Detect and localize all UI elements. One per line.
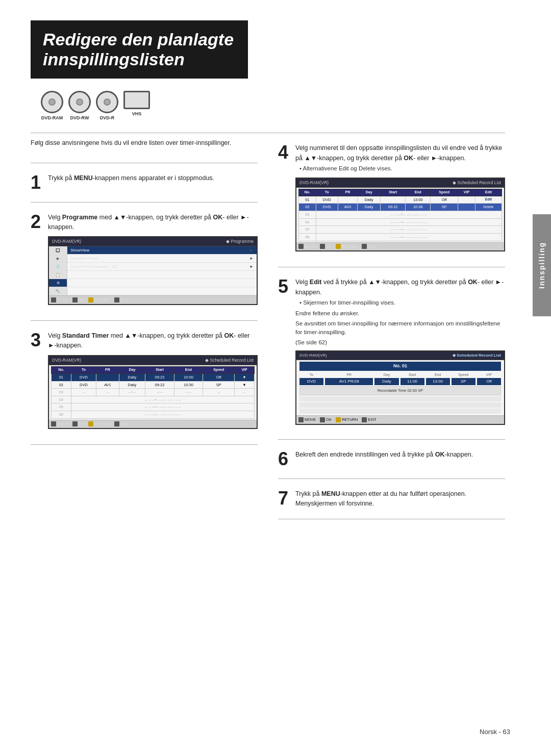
exit-icon-5: [362, 417, 367, 422]
footer-return-4: RETURN: [336, 244, 358, 250]
cell: DVD: [71, 373, 96, 381]
edit-field-to-label: To: [299, 372, 323, 378]
prog-item-empty2: [67, 279, 257, 287]
step-4-block: 4 Velg nummeret til den oppsatte innspil…: [278, 143, 505, 257]
step-4-content: Velg nummeret til den oppsatte innspilli…: [295, 143, 505, 257]
cell: Off: [203, 373, 235, 381]
cell: [458, 204, 475, 211]
sched-header-3: DVD-RAM(VR) ◆ Scheduled Record List: [49, 356, 257, 365]
divider-top: [31, 133, 505, 133]
step-4-bullet: Alternativene Edit og Delete vises.: [299, 164, 505, 173]
table-row: 04 -- -- --+-- --:-- --:-- -- --: [52, 396, 255, 404]
step-6-content: Bekreft den endrede innstillingen ved å …: [295, 450, 505, 460]
cell: AV1: [96, 381, 119, 389]
step-5-block: 5 Velg Edit ved å trykke på ▲▼-knappen, …: [278, 278, 505, 429]
ok-label-5: OK: [326, 417, 332, 423]
col-start: Start: [145, 367, 174, 374]
col-vip: VIP: [235, 367, 255, 374]
return-icon-5: [336, 417, 341, 422]
cell: --: [71, 389, 96, 396]
sched-table-3: No. To PR Day Start End Speed VIP: [51, 366, 255, 419]
page-title: Redigere den planlagte innspillingsliste…: [43, 30, 234, 69]
ok-label-4: OK: [326, 244, 332, 250]
page-footer: Norsk - 63: [480, 728, 510, 736]
table-row: 03 -- -- --+-- --:-- --:-- -- --: [52, 389, 255, 396]
step-5-sub3: (Se side 62): [295, 338, 505, 347]
cell: 06: [52, 411, 71, 419]
left-column: Følg disse anvisningene hvis du vil endr…: [31, 138, 258, 524]
sched-footer-4: MOVE OK RETURN: [296, 242, 504, 251]
divider-2: [31, 202, 258, 203]
dvd-r-disc: [96, 91, 118, 113]
edit-no-row: No. 01: [299, 362, 501, 371]
prog-item-empty3: [67, 287, 257, 295]
divider-3: [31, 320, 258, 321]
table-row: 03 -- -- --+-- --:-- --:-- -- --: [299, 211, 502, 219]
step-6-number: 6: [278, 450, 289, 468]
edit-field-pr: PR AV1 PR/28: [325, 372, 373, 385]
ok-label-3: OK: [79, 421, 84, 427]
divider-6: [278, 439, 505, 440]
sched-right-title-4: ◆ Scheduled Record List: [453, 180, 501, 186]
table-row: 04 -- -- --+-- --:-- --:-- -- --: [299, 218, 502, 226]
cell: -- -- --+-- --:-- --:-- -- --: [316, 233, 502, 241]
footer-return: RETURN: [88, 297, 110, 303]
step-7-block: 7 Trykk på MENU-knappen etter at du har …: [278, 489, 505, 509]
footer-exit-5: EXIT: [362, 417, 377, 423]
divider-1: [31, 163, 258, 163]
col-to: To: [71, 367, 96, 374]
cell: 09:22: [381, 204, 406, 211]
col-day: Day: [119, 367, 145, 374]
sched-left-title-4: DVD-RAM(VR): [299, 180, 329, 186]
edit-field-start-label: Start: [400, 372, 424, 378]
step-4-bold: OK: [404, 155, 413, 162]
move-btn-icon: [51, 297, 56, 303]
cell: 10:30: [174, 381, 203, 389]
prog-right-items: ShowView ► Standard Timer ► ShowView Ext…: [67, 246, 257, 295]
cell: DVD: [316, 196, 338, 204]
cell: --: [203, 389, 235, 396]
sched-screen-4: DVD-RAM(VR) ◆ Scheduled Record List No. …: [295, 178, 505, 251]
edit-empty-row2: [299, 402, 501, 408]
ok-btn-icon: [72, 297, 78, 303]
edit-field-to: To DVD: [299, 372, 323, 385]
edit-field-end-label: End: [426, 372, 450, 378]
table-row: 02 DVD AV0 Daily 09:22 10:38 SP: [299, 204, 502, 211]
edit-screen-footer: MOVE OK RETURN: [296, 415, 504, 424]
col-no: No.: [52, 367, 71, 374]
edit-screen-body: No. 01 To DVD PR AV1 PR/28: [296, 360, 504, 415]
prog-item-label-2: Standard Timer: [70, 256, 98, 262]
return-label-3: RETURN: [94, 421, 110, 427]
side-tab: Innspilling: [533, 214, 551, 316]
move-label-5: MOVE: [305, 417, 316, 423]
col4-vip: VIP: [458, 189, 475, 196]
step-2-content: Velg Programme med ▲▼-knappen, og trykk …: [48, 213, 258, 311]
col-speed: Speed: [203, 367, 235, 374]
step-6-block: 6 Bekreft den endrede innstillingen ved …: [278, 450, 505, 468]
edit-screen: DVD-RAM(VR) ◆ Scheduled Record List No. …: [295, 350, 505, 425]
exit-label-5: EXIT: [368, 417, 377, 423]
cell: 09:22: [145, 373, 174, 381]
step-1-number: 1: [31, 173, 42, 192]
cell: Edit: [475, 196, 502, 204]
edit-field-end: End 13:00: [426, 372, 450, 385]
edit-empty-row3: [299, 409, 501, 414]
col-pr: PR: [96, 367, 119, 374]
step-3-bold2: OK: [224, 332, 234, 339]
cell: SP: [431, 204, 458, 211]
step-5-sub2: Se avsnittet om timer-innspilling for næ…: [295, 319, 505, 337]
cell: [96, 373, 119, 381]
prog-menu-items: 🔲 ▶ 💿 📋 ⚙ 🔧 ShowView: [49, 246, 257, 295]
prog-icon-programme: ⚙: [49, 279, 67, 287]
move-label-4: MOVE: [305, 244, 316, 250]
cell: [381, 196, 406, 204]
edit-left-title: DVD-RAM(VR): [299, 352, 327, 359]
page-title-block: Redigere den planlagte innspillingsliste…: [31, 20, 248, 79]
dvd-rw-label: DVD-RW: [70, 115, 89, 120]
cell: DVD: [71, 381, 96, 389]
cell: Daily: [119, 381, 145, 389]
step-5-sub1: Endre feltene du ønsker.: [295, 309, 505, 318]
exit-icon-4: [362, 244, 367, 249]
dvd-ram-label: DVD-RAM: [41, 115, 63, 120]
footer-exit-4: EXIT: [362, 244, 377, 250]
